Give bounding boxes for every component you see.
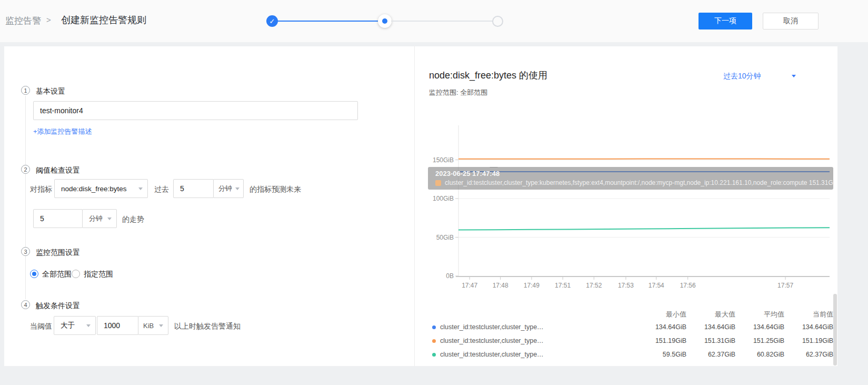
- series-label: cluster_id:testcluster,cluster_type…: [440, 323, 544, 331]
- threshold-unit-value: KiB: [143, 322, 154, 330]
- tooltip-timestamp: 2023-06-25 17:47:48: [435, 170, 826, 177]
- stepper-step-3-upcoming[interactable]: [492, 16, 503, 27]
- chevron-down-icon: [86, 324, 91, 327]
- future-duration-input[interactable]: [33, 209, 83, 228]
- operator-select[interactable]: 大于: [54, 316, 96, 335]
- check-icon: ✓: [270, 17, 275, 25]
- trigger-suffix-label: 以上时触发告警通知: [174, 322, 241, 331]
- tooltip-series-label: cluster_id:testcluster,cluster_type:kube…: [445, 179, 833, 186]
- stepper-line-active: [277, 21, 378, 22]
- series-label: cluster_id:testcluster,cluster_type…: [440, 351, 544, 358]
- stepper-step-2-current[interactable]: [378, 14, 392, 28]
- breadcrumb-parent-link[interactable]: 监控告警: [5, 15, 41, 27]
- stats-header-cell: 最小值: [637, 310, 686, 319]
- threshold-value-input[interactable]: [97, 316, 138, 335]
- section-4-title: 触发条件设置: [36, 301, 80, 311]
- past-label: 过去: [154, 185, 169, 194]
- series-color-dot-icon: [432, 353, 436, 357]
- stepper-step-1-completed[interactable]: ✓: [266, 15, 278, 27]
- rule-name-input[interactable]: [33, 101, 358, 120]
- section-1-title: 基本设置: [36, 87, 65, 96]
- section-connector-line: [25, 96, 26, 299]
- svg-text:150GiB: 150GiB: [433, 156, 454, 164]
- stats-value-cell: 151.25GiB: [735, 337, 784, 344]
- past-unit-select[interactable]: 分钟: [213, 179, 244, 198]
- svg-text:17:52: 17:52: [586, 282, 602, 289]
- page-title: 创建新监控告警规则: [61, 14, 146, 26]
- cancel-button[interactable]: 取消: [763, 13, 819, 29]
- top-bar: 监控告警 > 创建新监控告警规则 ✓ 下一项 取消: [0, 0, 868, 42]
- chart-scope-label: 监控范围: 全部范围: [429, 88, 487, 97]
- stats-value-cell: 134.64GiB: [784, 323, 833, 331]
- metric-chart[interactable]: 0B50GiB100GiB150GiB17:4717:4817:4917:511…: [415, 121, 836, 295]
- legend-series-row[interactable]: cluster_id:testcluster,cluster_type…134.…: [429, 320, 833, 334]
- svg-text:17:56: 17:56: [680, 282, 696, 289]
- breadcrumb-separator: >: [46, 15, 51, 24]
- trend-label: 的走势: [122, 215, 144, 224]
- threshold-when-label: 当阈值: [30, 322, 52, 331]
- radio-selected-dot-icon: [32, 272, 36, 276]
- metric-select[interactable]: node:disk_free:bytes: [54, 179, 148, 198]
- stepper-line-inactive: [391, 21, 493, 22]
- stats-value-cell: 62.37GiB: [686, 351, 735, 358]
- section-4-badge: 4: [21, 300, 30, 309]
- stats-value-cell: 134.64GiB: [735, 323, 784, 331]
- future-unit-value: 分钟: [89, 214, 103, 223]
- svg-text:17:48: 17:48: [493, 282, 508, 289]
- section-3-badge: 3: [21, 247, 30, 256]
- radio-scope-specified-label[interactable]: 指定范围: [84, 270, 113, 278]
- add-description-link[interactable]: +添加监控告警描述: [33, 127, 92, 136]
- tooltip-arrow-icon: [490, 167, 498, 167]
- stats-value-cell: 134.64GiB: [637, 323, 686, 331]
- stats-value-cell: 151.19GiB: [784, 337, 833, 344]
- current-step-dot-icon: [382, 18, 387, 24]
- chevron-down-icon: [138, 187, 143, 190]
- radio-scope-all[interactable]: [30, 270, 38, 278]
- series-color-dot-icon: [432, 339, 436, 343]
- predict-label: 的指标预测未来: [250, 185, 301, 194]
- svg-text:17:49: 17:49: [524, 282, 540, 289]
- chevron-down-icon: [235, 187, 240, 190]
- radio-scope-specified[interactable]: [72, 270, 80, 278]
- svg-text:0B: 0B: [446, 272, 454, 280]
- stats-value-cell: 62.37GiB: [784, 351, 833, 358]
- legend-series-row[interactable]: cluster_id:testcluster,cluster_type…59.5…: [429, 348, 833, 361]
- series-color-dot-icon: [432, 325, 436, 329]
- time-range-selector[interactable]: 过去10分钟: [723, 72, 761, 81]
- operator-value: 大于: [61, 321, 75, 330]
- svg-text:17:53: 17:53: [618, 282, 634, 289]
- past-duration-input[interactable]: [173, 179, 214, 198]
- svg-text:17:47: 17:47: [462, 282, 477, 289]
- radio-scope-all-label[interactable]: 全部范围: [42, 270, 72, 278]
- time-range-chevron-down-icon[interactable]: [792, 75, 796, 77]
- svg-text:100GiB: 100GiB: [433, 195, 454, 202]
- future-unit-select[interactable]: 分钟: [82, 209, 117, 228]
- legend-series-row[interactable]: cluster_id:testcluster,cluster_type…151.…: [429, 334, 833, 348]
- stats-value-cell: 151.31GiB: [686, 337, 735, 344]
- next-button[interactable]: 下一项: [699, 13, 752, 29]
- section-3-title: 监控范围设置: [36, 248, 80, 258]
- stats-value-cell: 59.5GiB: [637, 351, 686, 358]
- series-label: cluster_id:testcluster,cluster_type…: [440, 337, 544, 344]
- chart-tooltip: 2023-06-25 17:47:48 cluster_id:testclust…: [428, 167, 833, 190]
- svg-text:17:57: 17:57: [777, 282, 793, 289]
- chevron-down-icon: [159, 324, 163, 327]
- svg-text:50GiB: 50GiB: [436, 234, 454, 241]
- section-2-badge: 2: [21, 165, 30, 174]
- stats-value-cell: 60.82GiB: [735, 351, 784, 358]
- section-2-title: 阈值检查设置: [36, 166, 80, 175]
- metric-select-value: node:disk_free:bytes: [61, 185, 127, 193]
- stats-value-cell: 134.64GiB: [686, 323, 735, 331]
- svg-text:17:54: 17:54: [648, 282, 664, 289]
- panel-scrollbar[interactable]: [833, 294, 837, 366]
- past-unit-value: 分钟: [218, 184, 232, 193]
- stats-header-cell: 最大值: [686, 310, 735, 319]
- stats-value-cell: 151.19GiB: [637, 337, 686, 344]
- svg-text:17:51: 17:51: [555, 282, 571, 289]
- chart-title: node:disk_free:bytes 的使用: [429, 69, 547, 82]
- stats-header-cell: 平均值: [735, 310, 784, 319]
- metric-label: 对指标: [30, 185, 52, 194]
- stats-header-row: 最小值最大值平均值当前值: [429, 309, 833, 320]
- threshold-unit-select[interactable]: KiB: [138, 316, 168, 335]
- chevron-down-icon: [107, 218, 112, 220]
